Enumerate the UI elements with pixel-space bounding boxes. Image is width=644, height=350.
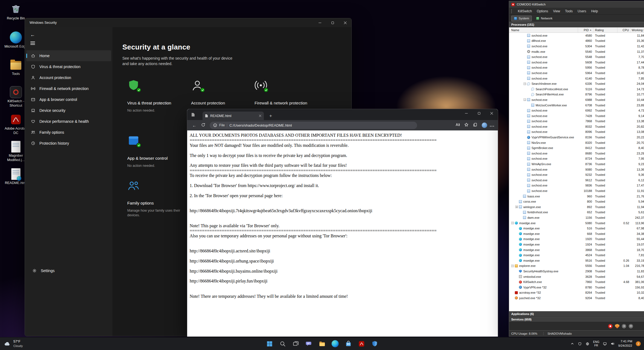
read-aloud-button[interactable]: [455, 122, 460, 128]
process-row[interactable]: explorer.exe5556Trusted1.04216,784: [509, 263, 644, 269]
taskbar-button-defender[interactable]: [369, 339, 380, 349]
close-button[interactable]: [485, 109, 498, 117]
applications-section-header[interactable]: Applications (6): [509, 311, 644, 317]
process-row[interactable]: csrss.exe800Trusted5,948: [509, 199, 644, 204]
process-row[interactable]: svchost.exe5608Trusted17,444: [509, 60, 644, 65]
tray-shield-icon[interactable]: [578, 342, 582, 346]
back-button[interactable]: ←: [29, 32, 36, 38]
tab-actions-icon[interactable]: [191, 113, 195, 117]
process-row[interactable]: msedge.exe1920Trusted55,444: [509, 237, 644, 242]
sidebar-item-home[interactable]: Home: [26, 50, 111, 61]
taskbar-button-task-view[interactable]: [290, 339, 301, 349]
menu-item-tools[interactable]: Tools: [565, 9, 573, 13]
sidebar-item-virus-threat-protection[interactable]: Virus & threat protection: [26, 61, 111, 72]
process-row[interactable]: svchost.exe9612Trusted6,120: [509, 177, 644, 183]
process-row[interactable]: vmtoolsd.exe3628Trusted54,672: [509, 274, 644, 279]
desktop-icon-recycle-bin[interactable]: Recycle Bin: [3, 3, 29, 21]
tile-virus-threat-protection[interactable]: Virus & threat protectionNo action neede…: [127, 79, 187, 113]
taskbar-button-chat[interactable]: [304, 339, 314, 349]
sidebar-item-settings[interactable]: Settings: [28, 265, 110, 276]
process-row[interactable]: svchost.exe5548Trusted7,708: [509, 54, 644, 60]
process-row[interactable]: SearchFilterHost.exe8796Trusted10,772: [509, 92, 644, 97]
process-row[interactable]: svchost.exe6992Trusted4,736: [509, 108, 644, 113]
column-header-working-set[interactable]: Working Set: [631, 27, 644, 33]
taskbar-button-search[interactable]: [277, 339, 288, 349]
taskbar-button-edge[interactable]: [330, 339, 340, 349]
process-row[interactable]: VyprVPN.exe *328780Trusted156,936: [509, 285, 644, 290]
collapse-expander-icon[interactable]: [511, 265, 514, 267]
maximize-button[interactable]: [326, 18, 339, 27]
process-row[interactable]: svchost.exe8724Trusted7,952: [509, 156, 644, 162]
process-row[interactable]: svchost.exe6140Trusted7,852: [509, 76, 644, 81]
new-tab-button[interactable]: +: [268, 113, 274, 119]
taskbar-button-file-explorer[interactable]: [317, 339, 327, 349]
back-button[interactable]: ←: [190, 123, 199, 128]
favorites-button[interactable]: [464, 122, 469, 128]
taskbar-button-store[interactable]: [343, 339, 354, 349]
process-row[interactable]: msdtc.exe5540Trusted11,372: [509, 49, 644, 54]
process-row[interactable]: svchost.exe5956Trusted8,788: [509, 65, 644, 71]
info-icon[interactable]: [213, 123, 217, 127]
process-row[interactable]: svchost.exe7868Trusted13,388: [509, 119, 644, 124]
process-row[interactable]: SgrmBroker.exe8412Trusted8,404: [509, 145, 644, 151]
process-row[interactable]: fontdrvhost.exe652Trusted5,616: [509, 210, 644, 215]
process-row[interactable]: msedge.exe9516Trusted0.2633,196: [509, 258, 644, 263]
process-row[interactable]: WmiApSrv.exe8736Trusted9,234: [509, 161, 644, 167]
column-header-name[interactable]: Name: [509, 27, 578, 33]
menu-item-view[interactable]: View: [553, 9, 560, 13]
taskbar-button-start[interactable]: [264, 339, 275, 349]
process-row[interactable]: msedge.exe516Trusted67,988: [509, 226, 644, 231]
menu-item-users[interactable]: Users: [578, 9, 586, 13]
network-tray-button[interactable]: [603, 342, 607, 346]
weather-widget[interactable]: 57°F Cloudy: [0, 337, 27, 350]
process-row[interactable]: SearchProtocolHost.exe5116Trusted14,732: [509, 86, 644, 92]
tile-family-options[interactable]: Family optionsManage how your family use…: [127, 179, 187, 218]
menu-toggle-button[interactable]: [30, 42, 35, 45]
collapse-expander-icon[interactable]: [515, 206, 518, 208]
hidden-icons-chevron[interactable]: [570, 342, 574, 346]
process-row[interactable]: svchost.exe10188Trusted11,916: [509, 188, 644, 194]
tile-app-browser-control[interactable]: App & browser controlNo action needed.: [127, 134, 187, 168]
process-row[interactable]: jusched.exe *329204Trusted8,408: [509, 295, 644, 301]
clock[interactable]: 7:41 PM 9/24/2022: [618, 339, 632, 348]
process-row[interactable]: svchost.exe9080Trusted13,360: [509, 167, 644, 172]
process-row[interactable]: KillSwitch.exe7860Trusted4.68381,060: [509, 279, 644, 285]
process-row[interactable]: dwm.exe1156Trusted242,376: [509, 215, 644, 220]
tray-vpn-icon[interactable]: [585, 342, 590, 346]
tile-account-protection[interactable]: Account protectionNo action needed.: [191, 79, 251, 113]
shield-status-icon[interactable]: [615, 324, 619, 328]
collapse-expander-icon[interactable]: [524, 83, 526, 85]
taskbar-button-acrobat[interactable]: [356, 339, 367, 349]
profile-button[interactable]: [482, 122, 487, 128]
menu-item-killswitch[interactable]: KillSwitch: [518, 9, 532, 13]
process-row[interactable]: SecurityHealthSystray.exe2908Trusted11,8…: [509, 269, 644, 274]
more-button[interactable]: [492, 123, 492, 128]
sidebar-item-firewall-network-protection[interactable]: Firewall & network protection: [26, 83, 111, 94]
process-row[interactable]: acrotray.exe *328264Trusted10,320: [509, 290, 644, 296]
minimize-button[interactable]: [460, 109, 473, 117]
process-row[interactable]: msedge.exe668Trusted34,380: [509, 231, 644, 237]
process-row[interactable]: winlogon.exe892Trusted11,944: [509, 204, 644, 210]
sidebar-item-app-browser-control[interactable]: App & browser control: [26, 94, 111, 105]
collapse-expander-icon[interactable]: [524, 98, 526, 101]
process-row[interactable]: svchost.exe9232Trusted9,368: [509, 172, 644, 177]
collections-button[interactable]: [473, 122, 477, 128]
process-row[interactable]: msedge.exe5080Trusted0.52113,964: [509, 220, 644, 226]
process-row[interactable]: SearchIndexer.exe6336Trusted24,044: [509, 81, 644, 86]
process-row[interactable]: msedge.exe1924Trusted19,076: [509, 242, 644, 247]
services-section-header[interactable]: Services (659): [509, 317, 644, 322]
process-row[interactable]: MoUsoCoreWorker.exe6708Trusted23,898: [509, 103, 644, 108]
process-row[interactable]: VyprVPNWireGuardService.exe8156Trusted20…: [509, 135, 644, 140]
address-bar[interactable]: File C:/Users/shado/Desktop/README.html: [210, 122, 417, 129]
tile-firewall-network-protection[interactable]: Firewall & network protectionNo action n…: [255, 79, 314, 113]
column-header-cpu[interactable]: CPU: [617, 27, 631, 33]
sidebar-item-device-performance-health[interactable]: Device performance & health: [26, 116, 111, 127]
process-row[interactable]: svchost.exe8096Trusted13,084: [509, 129, 644, 135]
refresh-button[interactable]: [199, 123, 207, 128]
menu-item-options[interactable]: Options: [537, 9, 548, 13]
process-row[interactable]: dllhost.exe4860Trusted15,360: [509, 38, 644, 44]
processes-section-header[interactable]: Processes (151): [509, 22, 644, 27]
process-row[interactable]: svchost.exe4580Trusted11,844: [509, 33, 644, 38]
process-row[interactable]: msedge.exe4524Trusted7,816: [509, 252, 644, 258]
close-button[interactable]: [339, 18, 351, 27]
